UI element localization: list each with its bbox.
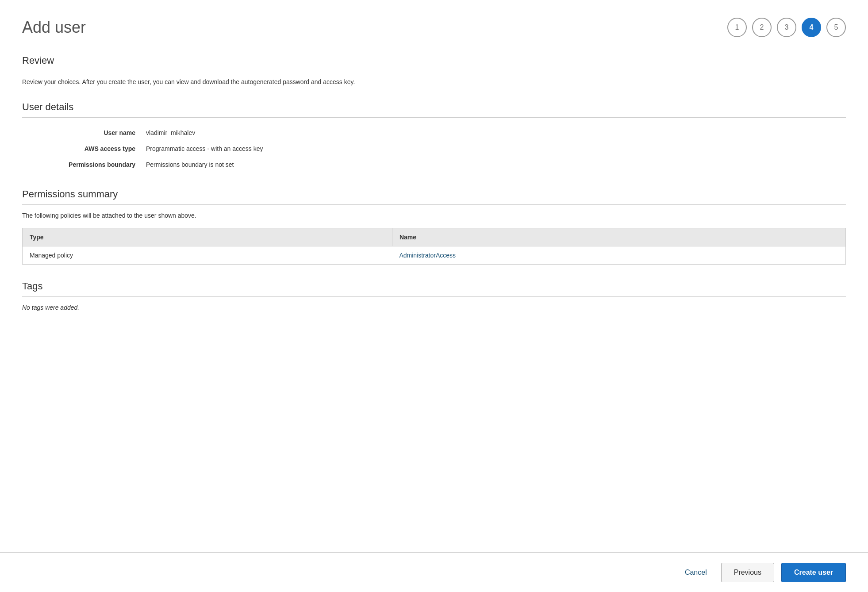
step-5[interactable]: 5 — [826, 18, 846, 37]
cancel-button[interactable]: Cancel — [678, 564, 714, 581]
permissions-summary-title: Permissions summary — [22, 188, 846, 200]
user-details-section: User details User name vladimir_mikhalev… — [22, 101, 846, 173]
col-name-header: Name — [392, 228, 845, 246]
tags-divider — [22, 296, 846, 297]
review-divider — [22, 71, 846, 71]
detail-value-access-type: Programmatic access - with an access key — [146, 141, 846, 157]
page-container: Add user 1 2 3 4 5 Review Review your ch… — [0, 0, 868, 380]
col-type-header: Type — [23, 228, 392, 246]
user-details-title: User details — [22, 101, 846, 113]
details-table: User name vladimir_mikhalev AWS access t… — [22, 125, 846, 173]
policy-type: Managed policy — [23, 246, 392, 265]
policy-name-link[interactable]: AdministratorAccess — [399, 252, 456, 259]
previous-button[interactable]: Previous — [721, 563, 774, 582]
review-section-title: Review — [22, 55, 846, 66]
steps-container: 1 2 3 4 5 — [727, 18, 846, 37]
detail-row-permissions-boundary: Permissions boundary Permissions boundar… — [22, 157, 846, 173]
no-tags-text: No tags were added. — [22, 304, 846, 311]
step-1[interactable]: 1 — [727, 18, 747, 37]
step-2[interactable]: 2 — [752, 18, 772, 37]
table-row: Managed policy AdministratorAccess — [23, 246, 846, 265]
page-header: Add user 1 2 3 4 5 — [22, 18, 846, 37]
permissions-summary-divider — [22, 204, 846, 205]
page-title: Add user — [22, 18, 86, 37]
detail-label-permissions-boundary: Permissions boundary — [22, 157, 146, 173]
step-3[interactable]: 3 — [777, 18, 796, 37]
tags-section: Tags No tags were added. — [22, 281, 846, 311]
permissions-summary-description: The following policies will be attached … — [22, 212, 846, 219]
detail-label-username: User name — [22, 125, 146, 141]
tags-section-title: Tags — [22, 281, 846, 292]
permissions-table: Type Name Managed policy AdministratorAc… — [22, 228, 846, 265]
permissions-table-head: Type Name — [23, 228, 846, 246]
review-description: Review your choices. After you create th… — [22, 78, 846, 85]
policy-name: AdministratorAccess — [392, 246, 845, 265]
permissions-table-header-row: Type Name — [23, 228, 846, 246]
user-details-divider — [22, 117, 846, 118]
step-4[interactable]: 4 — [802, 18, 821, 37]
detail-value-permissions-boundary: Permissions boundary is not set — [146, 157, 846, 173]
detail-value-username: vladimir_mikhalev — [146, 125, 846, 141]
detail-row-username: User name vladimir_mikhalev — [22, 125, 846, 141]
detail-row-access-type: AWS access type Programmatic access - wi… — [22, 141, 846, 157]
review-section: Review Review your choices. After you cr… — [22, 55, 846, 85]
detail-label-access-type: AWS access type — [22, 141, 146, 157]
create-user-button[interactable]: Create user — [781, 563, 846, 582]
permissions-summary-section: Permissions summary The following polici… — [22, 188, 846, 265]
footer-bar: Cancel Previous Create user — [0, 552, 868, 592]
permissions-table-body: Managed policy AdministratorAccess — [23, 246, 846, 265]
